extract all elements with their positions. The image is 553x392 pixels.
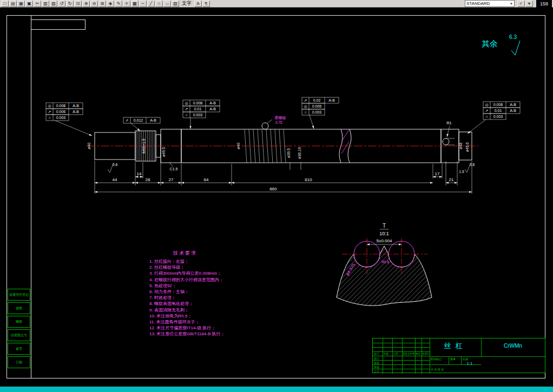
- tech-req-item: 13. 未注形位公差按GB/T1184-B 执行；: [149, 331, 279, 337]
- roughness-mark-left: 0.8: [108, 163, 117, 172]
- svg-text:A-B: A-B: [510, 103, 516, 107]
- svg-text:↗: ↗: [304, 98, 307, 102]
- toolbar-icon-group-right: ✓▾: [517, 1, 533, 7]
- toolbar-icon[interactable]: ↺: [58, 1, 65, 7]
- style-combo[interactable]: STANDARD ▼: [465, 0, 515, 7]
- tb-label-mark: 标记: [374, 353, 379, 355]
- gdt-frame-a: ◎0.008A-B ↗0.006A-B ○0.003: [46, 103, 92, 136]
- detail-scale: 10:1: [379, 231, 389, 236]
- toolbar-icon[interactable]: ▦: [17, 1, 25, 7]
- svg-text:A-B: A-B: [150, 118, 156, 122]
- title-block-line: [383, 338, 383, 374]
- dia-label: ø40: [87, 143, 91, 149]
- toolbar-icon[interactable]: ▥: [42, 1, 49, 7]
- gdt-frame-e: ◎0.008A-B ↗0.01A-B ○0.003: [468, 102, 520, 134]
- dia-label: ø39.5: [287, 148, 291, 158]
- side-label-box: 日期: [8, 356, 30, 368]
- svg-text:C1.5: C1.5: [170, 167, 178, 171]
- svg-text:0.006: 0.006: [56, 110, 66, 114]
- toolbar-icon[interactable]: ⊡: [74, 1, 82, 7]
- dim-21: 21: [449, 177, 454, 182]
- diameter-labels: ø40 M48×1.5 ø49.5 ø40 ø39.5 ø36.19 ø48 ø…: [87, 138, 469, 170]
- toolbar-icon[interactable]: ⊖: [90, 1, 98, 7]
- tech-req-title: 技术要求: [173, 250, 279, 257]
- side-label-box: 借通用件登记: [8, 289, 30, 301]
- chevron-down-icon: ▼: [510, 2, 513, 5]
- svg-text:0.008: 0.008: [193, 101, 203, 105]
- gdt-frame-d: ↗0.02A-B ◎0.005 ○0.003: [302, 97, 339, 129]
- tb-label-scale: 比例: [463, 357, 468, 361]
- toolbar-icon[interactable]: ▨: [50, 1, 57, 7]
- dim-860: 860: [269, 187, 277, 191]
- roughness-mark-right: 0.8: [465, 163, 475, 172]
- toolbar-icon[interactable]: ¶: [202, 1, 210, 7]
- side-label-box: 晒图: [8, 316, 30, 328]
- toolbar-icon[interactable]: ◈: [107, 1, 114, 7]
- toolbar-icon[interactable]: ▣: [25, 1, 33, 7]
- detail-title: T: [383, 223, 386, 229]
- dim-27: 27: [169, 177, 174, 182]
- svg-text:○: ○: [185, 113, 187, 117]
- toolbar-icon[interactable]: ○: [155, 1, 163, 7]
- toolbar-icon[interactable]: ✂: [34, 1, 41, 7]
- toolbar-icon[interactable]: ✎: [115, 1, 122, 7]
- svg-text:A-B: A-B: [73, 104, 79, 108]
- svg-text:○: ○: [485, 115, 488, 118]
- toolbar-icon[interactable]: ▧: [172, 1, 179, 7]
- text-tool-label: 文字: [182, 0, 192, 7]
- dia-label: ø36.19: [298, 147, 301, 159]
- tech-req-item: 12. 未注尺寸偏差按IT14-级 执行；: [149, 325, 279, 331]
- svg-text:0.003: 0.003: [193, 113, 203, 117]
- svg-text:◎: ◎: [485, 103, 488, 107]
- svg-text:A-B: A-B: [73, 110, 79, 114]
- tech-req-item: 9. 表面清除无毛刺；: [149, 307, 279, 313]
- tech-req-item: 6. 动力条件：主轴；: [149, 289, 279, 295]
- tb-label-sheets: 共 张 第 张: [431, 368, 444, 371]
- tb-label-check: 校核: [374, 361, 379, 364]
- toolbar-icon[interactable]: ⊕: [82, 1, 90, 7]
- svg-text:0.008: 0.008: [56, 104, 66, 108]
- toolbar-icon[interactable]: ▩: [131, 1, 139, 7]
- callout-label: 磨螺纹: [275, 116, 286, 120]
- title-block-line: [449, 356, 449, 364]
- tech-req-item: 7. 时效处理；: [149, 295, 279, 301]
- toolbar-icon[interactable]: ▾: [525, 1, 533, 7]
- toolbar-icon[interactable]: ╌: [139, 1, 147, 7]
- tb-label-stage: 阶段标记: [431, 357, 442, 361]
- toolbar-icon[interactable]: ≡: [123, 1, 130, 7]
- page-indicator: 158: [536, 0, 552, 8]
- svg-text:◎: ◎: [304, 104, 307, 108]
- svg-text:0.012: 0.012: [134, 118, 143, 122]
- toolbar-icon[interactable]: ╱: [147, 1, 155, 7]
- dimension-texts: 44 28 14 27 64 610 17 21 1.5 860: [113, 170, 464, 191]
- tb-label-doc: 更改文件号: [403, 353, 415, 355]
- svg-text:○: ○: [304, 110, 306, 114]
- toolbar-icon[interactable]: ⊞: [98, 1, 106, 7]
- surface-note-text: 其余: [482, 39, 498, 48]
- detail-callout: 磨螺纹 3.75: [262, 116, 286, 129]
- svg-text:↗: ↗: [126, 118, 129, 122]
- svg-text:0.8: 0.8: [470, 163, 475, 167]
- dim-28: 28: [146, 177, 150, 182]
- part-name: 丝杠: [430, 341, 481, 351]
- side-label-box: 旧底图总号: [8, 329, 30, 341]
- toolbar-icon[interactable]: ↔: [163, 1, 171, 7]
- roughness-symbol-icon: [511, 41, 520, 55]
- surface-note-value: 6.3: [509, 34, 517, 40]
- tb-label-zone: 分区: [393, 353, 398, 355]
- toolbar-icon-group-left: □▤▦▣✂▥▨↺↻⊡⊕⊖⊞◈✎≡▩╌╱○↔▧: [1, 1, 179, 7]
- toolbar-icon[interactable]: A: [194, 1, 202, 7]
- toolbar-icon[interactable]: ✓: [517, 1, 525, 7]
- toolbar-icon[interactable]: ↻: [66, 1, 74, 7]
- svg-text:0.02: 0.02: [313, 98, 321, 102]
- ball-screw-thread-zone: [245, 129, 286, 163]
- detail-radius-label: R0.8: [381, 260, 389, 264]
- tech-req-item: 11. 未注圆角件循环次子；: [149, 319, 279, 325]
- svg-text:A-B: A-B: [328, 98, 335, 102]
- toolbar-icon[interactable]: ▤: [9, 1, 17, 7]
- svg-text:◎: ◎: [185, 101, 188, 105]
- toolbar-icon[interactable]: □: [1, 1, 9, 7]
- side-label-box: 描图: [8, 302, 30, 314]
- tech-req-item: 8. 螺纹表面氧化处理；: [149, 301, 279, 307]
- detail-dim: 5±0.004: [377, 238, 392, 243]
